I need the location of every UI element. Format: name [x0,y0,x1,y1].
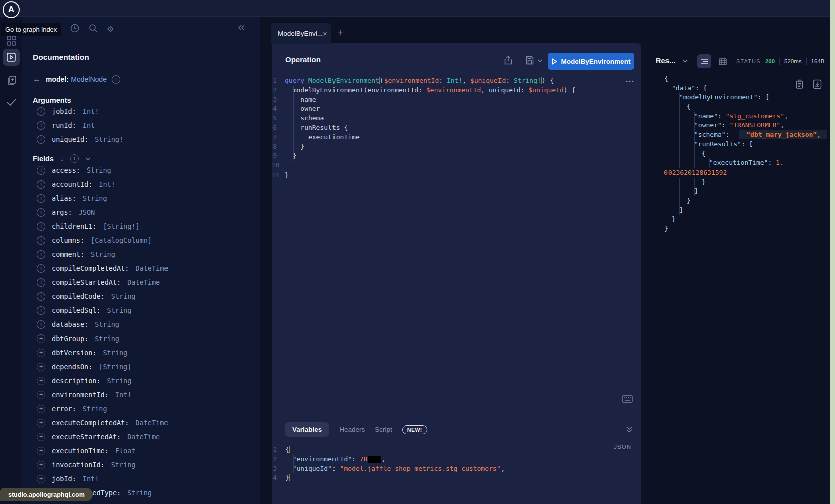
apollo-logo-icon[interactable]: A [3,1,20,18]
search-icon[interactable] [88,23,98,33]
collapse-panel-icon[interactable] [237,23,246,32]
field-type[interactable]: Int! [83,475,99,483]
save-options-chevron-icon[interactable] [537,59,543,63]
field-type[interactable]: String! [95,135,123,143]
field-row[interactable]: +dependsOn:[String] [33,360,251,374]
download-response-icon[interactable] [813,79,822,89]
field-type[interactable]: DateTime [135,264,168,272]
field-type[interactable]: DateTime [127,433,160,441]
field-type[interactable]: Int! [83,107,99,115]
add-to-query-icon[interactable]: + [37,194,45,203]
field-type[interactable]: Int! [115,391,132,399]
add-all-fields-icon[interactable]: + [70,154,79,163]
add-to-query-icon[interactable]: + [37,461,45,469]
operations-tab-active[interactable] [3,49,20,66]
response-viewer[interactable]: {"data": {"modelByEnvironment": [{"name"… [664,74,829,234]
field-row[interactable]: +accountId:Int! [33,177,251,191]
argument-row[interactable]: +runId:Int [33,118,251,132]
tab-variables[interactable]: Variables [285,422,329,437]
field-type[interactable]: String [91,250,115,258]
field-row[interactable]: +access:String [33,163,251,177]
field-row[interactable]: +executeCompletedAt:DateTime [33,416,251,430]
response-dropdown-chevron-icon[interactable] [682,59,688,63]
argument-row[interactable]: +jobId:Int! [33,104,251,118]
add-to-query-icon[interactable]: + [37,236,45,245]
add-to-query-icon[interactable]: + [37,475,45,483]
add-to-query-icon[interactable]: + [37,264,45,273]
new-tab-icon[interactable]: + [334,26,346,38]
add-to-query-icon[interactable]: + [37,447,45,455]
operation-tab[interactable]: ModelByEnvi... × [271,23,331,44]
field-row[interactable]: +description:String [33,374,251,388]
chevron-down-icon[interactable] [85,157,91,161]
operation-editor[interactable]: 1query ModelByEnvironment($environmentId… [272,76,641,180]
field-row[interactable]: +compileStartedAt:DateTime [33,275,251,289]
add-to-query-icon[interactable]: + [37,334,45,343]
field-type[interactable]: Int! [99,180,115,188]
add-to-query-icon[interactable]: + [37,433,45,441]
add-to-query-icon[interactable]: + [37,180,45,189]
field-type[interactable]: String [95,320,119,328]
field-type[interactable]: String [83,194,107,202]
field-type[interactable]: Float [115,447,136,455]
field-type[interactable]: String [107,377,132,385]
field-row[interactable]: +comment:String [33,247,251,261]
add-field-icon[interactable]: + [112,75,120,84]
field-row[interactable]: +executionTime:Float [33,444,251,458]
add-to-query-icon[interactable]: + [37,292,45,301]
field-type[interactable]: JSON [79,208,95,216]
field-type[interactable]: DateTime [135,419,168,427]
field-row[interactable]: +jobId:Int! [33,472,251,486]
save-icon[interactable] [525,55,534,65]
field-type[interactable]: String [107,306,132,314]
field-type[interactable]: [String] [99,363,131,371]
field-type[interactable]: String [87,166,111,174]
field-row[interactable]: +compiledSql:String [33,303,251,317]
checklist-icon[interactable] [6,98,17,107]
field-type[interactable]: String [103,349,127,357]
field-type[interactable]: [String!] [103,222,139,230]
tab-headers[interactable]: Headers [339,426,365,433]
keyboard-shortcuts-icon[interactable] [622,395,633,403]
field-row[interactable]: +database:String [33,317,251,331]
add-to-query-icon[interactable]: + [37,278,45,287]
close-tab-icon[interactable]: × [323,29,327,38]
field-type[interactable]: String [83,405,107,413]
field-row[interactable]: +compileCompletedAt:DateTime [33,261,251,275]
field-row[interactable]: +args:JSON [33,205,251,219]
history-icon[interactable] [70,23,79,33]
argument-row[interactable]: +uniqueId:String! [33,132,251,146]
field-row[interactable]: +columns:[CatalogColumn] [33,233,251,247]
add-to-query-icon[interactable]: + [37,363,45,371]
add-to-query-icon[interactable]: + [37,391,45,399]
add-to-query-icon[interactable]: + [37,377,45,385]
graph-index-icon[interactable] [6,35,17,48]
field-type[interactable]: String [127,489,152,497]
add-to-query-icon[interactable]: + [37,349,45,357]
back-arrow-icon[interactable]: ← [33,75,41,84]
add-to-query-icon[interactable]: + [37,419,45,427]
settings-gear-icon[interactable]: ⚙ [107,24,114,34]
field-row[interactable]: +dbtVersion:String [33,346,251,360]
add-to-query-icon[interactable]: + [37,320,45,329]
type-name-link[interactable]: ModelNode [71,75,107,83]
field-row[interactable]: +invocationId:String [33,458,251,472]
add-to-query-icon[interactable]: + [37,121,45,130]
field-row[interactable]: +executeStartedAt:DateTime [33,430,251,444]
response-panel-title[interactable]: Res... [656,57,676,65]
field-type[interactable]: String [111,461,136,469]
add-to-query-icon[interactable]: + [37,306,45,315]
add-to-query-icon[interactable]: + [37,166,45,175]
add-to-query-icon[interactable]: + [37,107,45,116]
collections-icon[interactable] [6,75,17,86]
add-to-query-icon[interactable]: + [37,208,45,217]
variables-editor[interactable]: 1{2 "environmentId": 78,3 "uniqueId": "m… [272,445,641,483]
collapse-variables-icon[interactable] [626,426,633,433]
run-operation-button[interactable]: ModelByEnvironment [548,53,634,70]
tab-script[interactable]: Script [375,426,392,433]
field-type[interactable]: DateTime [127,278,160,286]
field-type[interactable]: Int [83,121,95,129]
field-type[interactable]: String [111,292,136,300]
field-row[interactable]: +compiledCode:String [33,289,251,303]
field-row[interactable]: +childrenL1:[String!] [33,219,251,233]
